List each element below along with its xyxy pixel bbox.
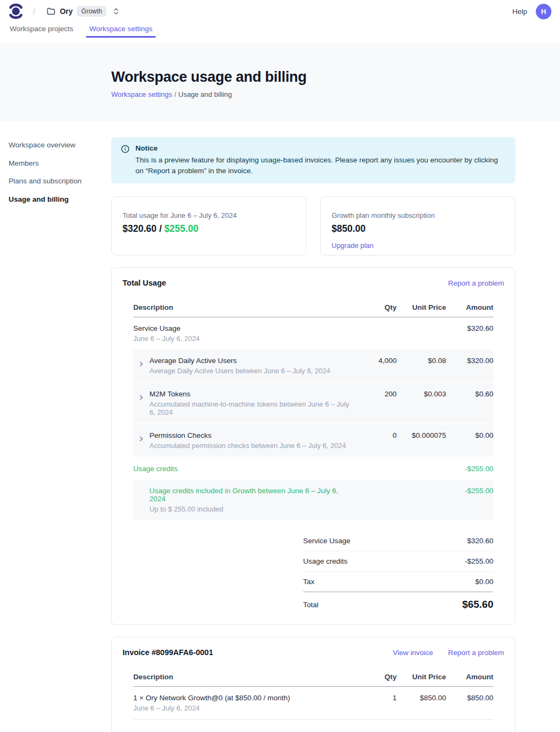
table-row: 1 × Ory Network Growth@0 (at $850.00 / m… — [133, 687, 493, 720]
row-amount: -$255.00 — [446, 465, 493, 473]
usage-credit: $255.00 — [164, 223, 198, 234]
row-title: Usage credits — [133, 465, 178, 473]
total-usage-label: Total usage for June 6 – July 6, 2024 — [123, 211, 295, 219]
row-qty: 0 — [355, 431, 397, 450]
total-usage-card: Total usage for June 6 – July 6, 2024 $3… — [111, 196, 306, 255]
chevron-right-icon[interactable] — [133, 357, 149, 367]
chevron-right-icon[interactable] — [133, 390, 149, 400]
summary-value: $320.60 — [467, 537, 493, 545]
ory-logo-icon[interactable] — [9, 3, 23, 19]
summary-row: Tax $0.00 — [303, 572, 493, 592]
row-subtitle: Accumulated permission checks between Ju… — [149, 442, 346, 450]
row-qty — [355, 465, 397, 473]
usage-card-title: Total Usage — [123, 279, 166, 287]
row-title: Average Daily Active Users — [149, 357, 331, 365]
summary-total-row: Total $65.60 — [303, 592, 493, 612]
plan-card: Growth plan monthly subscription $850.00… — [320, 196, 515, 255]
upgrade-plan-link[interactable]: Upgrade plan — [332, 241, 374, 250]
row-amount: $320.60 — [446, 324, 493, 343]
avatar[interactable]: H — [536, 4, 551, 19]
row-subtitle: Average Daily Active Users between June … — [149, 367, 331, 375]
chevron-right-icon[interactable] — [133, 431, 149, 442]
up-down-chevrons-icon[interactable] — [113, 7, 119, 16]
usage-separator: / — [156, 223, 164, 234]
breadcrumb: Workspace settings/Usage and billing — [111, 90, 560, 98]
sidebar-item-workspace-overview[interactable]: Workspace overview — [9, 140, 111, 150]
row-amount: $850.00 — [446, 694, 493, 712]
sidebar-item-members[interactable]: Members — [9, 159, 111, 168]
topbar: / Ory Growth Help H — [0, 0, 560, 23]
help-link[interactable]: Help — [512, 8, 527, 16]
summary-value: -$255.00 — [465, 557, 493, 565]
row-unit-price: $0.08 — [397, 357, 446, 375]
usage-spent: $320.60 — [123, 223, 156, 234]
plan-label: Growth plan monthly subscription — [332, 211, 504, 219]
row-unit-price: $0.003 — [397, 390, 446, 416]
col-unit-price: Unit Price — [397, 673, 446, 681]
row-qty — [355, 324, 397, 343]
row-unit-price — [397, 487, 446, 513]
table-row: Permission Checks Accumulated permission… — [133, 424, 493, 458]
row-unit-price — [397, 465, 446, 473]
row-title: Usage credits included in Growth between… — [149, 487, 355, 503]
report-problem-link[interactable]: Report a problem — [448, 649, 504, 657]
table-row: Average Daily Active Users Average Daily… — [133, 350, 493, 383]
total-value: $65.60 — [462, 599, 493, 610]
row-title: 1 × Ory Network Growth@0 (at $850.00 / m… — [133, 694, 290, 702]
row-title: Service Usage — [133, 324, 200, 332]
row-qty: 4,000 — [355, 357, 397, 375]
row-qty: 1 — [355, 694, 397, 712]
report-problem-link[interactable]: Report a problem — [448, 279, 504, 287]
col-amount: Amount — [446, 303, 493, 311]
workspace-name: Ory — [60, 7, 73, 16]
notice-banner: Notice This is a preview feature for dis… — [111, 137, 515, 183]
plan-badge: Growth — [77, 6, 106, 17]
table-row: Usage credits included in Growth between… — [133, 480, 493, 521]
row-amount: -$255.00 — [446, 487, 493, 513]
row-unit-price — [397, 324, 446, 343]
total-usage-invoice-card: Total Usage Report a problem Description… — [111, 267, 515, 625]
row-qty: 200 — [355, 390, 397, 416]
col-description: Description — [133, 673, 355, 681]
row-unit-price: $0.000075 — [397, 431, 446, 450]
view-invoice-link[interactable]: View invoice — [393, 649, 433, 657]
total-label: Total — [303, 601, 319, 609]
summary-label: Tax — [303, 578, 314, 586]
sidebar-item-plans-subscription[interactable]: Plans and subscription — [9, 176, 111, 186]
tab-workspace-projects[interactable]: Workspace projects — [9, 23, 74, 38]
invoice-table: Description Qty Unit Price Amount 1 × Or… — [133, 669, 493, 720]
row-subtitle: June 6 – July 6, 2024 — [133, 335, 200, 343]
invoice-summary: 1 × Ory Network Growth@0 (at $850.00 / m… — [303, 729, 493, 732]
settings-sidenav: Workspace overview Members Plans and sub… — [0, 121, 111, 204]
info-icon — [121, 145, 130, 176]
row-amount: $320.00 — [446, 357, 493, 375]
invoice-table-header: Description Qty Unit Price Amount — [133, 669, 493, 687]
usage-table: Description Qty Unit Price Amount Servic… — [133, 299, 493, 521]
col-qty: Qty — [355, 673, 397, 681]
invoice-title: Invoice #8099AFA6-0001 — [123, 648, 213, 657]
summary-label: Service Usage — [303, 537, 350, 545]
row-unit-price: $850.00 — [397, 694, 446, 712]
breadcrumb-settings-link[interactable]: Workspace settings — [111, 90, 172, 98]
summary-row: Service Usage $320.60 — [303, 531, 493, 551]
row-amount: $0.60 — [446, 390, 493, 416]
notice-title: Notice — [135, 144, 506, 152]
workspace-tabs: Workspace projects Workspace settings — [0, 23, 560, 43]
row-subtitle: Up to $ 255.00 included — [149, 505, 355, 513]
table-row: Usage credits -$255.00 — [133, 458, 493, 480]
row-subtitle: Accumulated machine-to-machine tokens be… — [149, 400, 355, 416]
row-title: M2M Tokens — [149, 390, 355, 398]
notice-body: This is a preview feature for displaying… — [135, 155, 506, 176]
plan-value: $850.00 — [332, 223, 504, 234]
total-usage-value: $320.60 / $255.00 — [123, 223, 295, 234]
sidebar-item-usage-billing[interactable]: Usage and billing — [9, 195, 111, 204]
col-description: Description — [133, 303, 355, 311]
workspace-switcher[interactable]: Ory Growth — [47, 6, 119, 17]
summary-value: $0.00 — [475, 578, 493, 586]
row-amount: $0.00 — [446, 431, 493, 450]
page-title: Workspace usage and billing — [111, 69, 560, 86]
summary-row: 1 × Ory Network Growth@0 (at $850.00 / m… — [303, 729, 493, 732]
usage-table-header: Description Qty Unit Price Amount — [133, 299, 493, 317]
tab-workspace-settings[interactable]: Workspace settings — [88, 23, 154, 38]
table-row: Service Usage June 6 – July 6, 2024 $320… — [133, 317, 493, 350]
